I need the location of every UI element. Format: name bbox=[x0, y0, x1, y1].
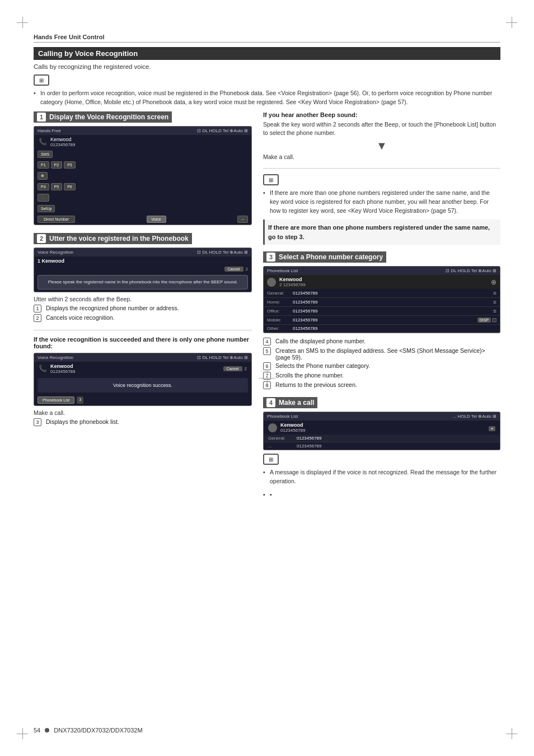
hf-p2-btn[interactable]: P2 bbox=[51, 161, 63, 169]
pb-avatar bbox=[267, 278, 276, 287]
divider1 bbox=[34, 330, 252, 330]
vr-status: ⊡ DL HOLD Tel ⊕Auto ⊞ bbox=[197, 250, 248, 255]
ss-phonebook-btn[interactable]: Phonebook List bbox=[38, 396, 74, 404]
hf-status: ⊡ DL HOLD Tel ⊕Auto ⊞ bbox=[197, 128, 248, 133]
hf-p1-btn[interactable]: P1 bbox=[38, 161, 49, 169]
pb-name-row: Kenwood 2 123456789 ⊕ bbox=[264, 275, 500, 289]
mc-next-row: ... 0123456789 bbox=[264, 442, 500, 450]
final-note1: A message is displayed if the voice is n… bbox=[263, 468, 500, 486]
pb-number-top: 2 123456789 bbox=[279, 282, 306, 287]
hf-setup-btn[interactable]: SetUp bbox=[38, 205, 55, 212]
note8-text: Returns to the previous screen. bbox=[275, 381, 357, 388]
hf-phone-icon2[interactable]: 📞 bbox=[38, 194, 49, 202]
step2-label: 2 Utter the voice registered in the Phon… bbox=[34, 233, 192, 244]
step3-note8: 8 Returns to the previous screen. bbox=[263, 381, 500, 389]
pb-disp-btn[interactable]: DISP bbox=[477, 318, 491, 323]
hf-title: Hands Free bbox=[38, 128, 61, 133]
note3-text: Displays the phonebook list. bbox=[46, 418, 119, 425]
success-screen: Voice Recognition ⊡ DL HOLD Tel ⊕Auto ⊞ … bbox=[34, 353, 252, 406]
pb-row-mobile[interactable]: Mobile: 0123456789 DISP ⊡ bbox=[264, 316, 500, 325]
hf-arrow-btn[interactable]: → bbox=[237, 216, 248, 223]
step3-label: 3 Select a Phone number category bbox=[263, 251, 386, 263]
ss-phone-icon: 📞 bbox=[39, 365, 47, 372]
mc-gen-label: General: bbox=[268, 436, 293, 441]
step3-note5: 5 Creates an SMS to the displayed addres… bbox=[263, 347, 500, 361]
final-note2: • bbox=[263, 491, 500, 500]
ss-cancel-btn[interactable]: Cancel bbox=[223, 366, 242, 371]
page-model: DNX7320/DDX7032/DDX7032M bbox=[54, 727, 142, 734]
note2-num: 2 bbox=[34, 314, 41, 322]
pb-row-office[interactable]: Office: 0123456789 ≡ bbox=[264, 307, 500, 316]
hf-name-row: 📞 Kenwood 0123456789 bbox=[34, 135, 251, 149]
ss-num3: 3 bbox=[77, 396, 83, 404]
right-column: If you hear another Beep sound: Speak th… bbox=[263, 111, 500, 507]
mc-right-btn[interactable]: ≡ bbox=[489, 426, 495, 431]
hf-btn-row1: SMS bbox=[34, 149, 251, 160]
step3-num: 3 bbox=[266, 253, 275, 262]
pb-row-home[interactable]: Home: 0123456789 ≡ bbox=[264, 298, 500, 307]
step3-note6: 6 Selects the Phone number category. bbox=[263, 362, 500, 370]
hf-contacts-btn[interactable]: ⊕ bbox=[38, 172, 48, 180]
step2-note1: 1 Displays the recognized phone number o… bbox=[34, 305, 252, 312]
mc-header: Phonebook List ... HOLD Tel ⊕Auto ⊞ bbox=[264, 412, 500, 421]
if-success-block: If the voice recognition is succeeded an… bbox=[34, 336, 252, 426]
if-beep-title: If you hear another Beep sound: bbox=[263, 111, 500, 118]
note4-text: Calls the displayed phone number. bbox=[275, 338, 366, 344]
step4-num: 4 bbox=[266, 398, 275, 407]
note1-text: Displays the recognized phone number or … bbox=[46, 305, 179, 311]
hf-header: Hands Free ⊡ DL HOLD Tel ⊕Auto ⊞ bbox=[34, 127, 251, 135]
step2-caption: Utter within 2 seconds after the Beep. bbox=[34, 296, 252, 302]
bullet-note-2: If there are more than one phone numbers… bbox=[263, 189, 500, 215]
pb-right-icon: ⊕ bbox=[491, 278, 496, 286]
mc-next-label: ... bbox=[268, 444, 293, 449]
hf-sms-btn[interactable]: SMS bbox=[38, 151, 53, 158]
hf-p4-btn[interactable]: P4 bbox=[38, 183, 49, 190]
divider2 bbox=[263, 168, 500, 169]
pb-row-other[interactable]: Other: 0123456789 bbox=[264, 325, 500, 333]
pb-num-mobile: 0123456789 bbox=[293, 318, 477, 323]
step2-num: 2 bbox=[37, 234, 46, 243]
corner-mark-tl bbox=[17, 17, 28, 28]
icon-phonebook2: ⊞ bbox=[263, 174, 279, 185]
mc-gen-num: 0123456789 bbox=[297, 436, 322, 441]
make-call-screen: Phonebook List ... HOLD Tel ⊕Auto ⊞ Kenw… bbox=[263, 412, 500, 450]
mc-title: Phonebook List bbox=[267, 414, 298, 419]
section-header: Calling by Voice Recognition bbox=[34, 47, 500, 60]
mc-avatar bbox=[268, 423, 277, 432]
pb-title: Phonebook List bbox=[267, 268, 298, 273]
mc-status: ... HOLD Tel ⊕Auto ⊞ bbox=[453, 414, 496, 419]
icon-phonebook3: ⊞ bbox=[263, 454, 279, 465]
step1-label: 1 Display the Voice Recognition screen bbox=[34, 111, 172, 123]
if-beep-caption2: Make a call. bbox=[263, 153, 500, 160]
note6-text: Selects the Phone number category. bbox=[275, 362, 370, 369]
hf-p6-btn[interactable]: P6 bbox=[64, 183, 76, 190]
pb-header: Phonebook List ⊡ DL HOLD Tel ⊕Auto ⊞ bbox=[264, 267, 500, 275]
hf-voice-btn[interactable]: Voice bbox=[147, 216, 166, 223]
ss-title: Voice Recognition bbox=[38, 355, 73, 360]
if-more-title: If there are more than one phone numbers… bbox=[268, 223, 497, 241]
step3-block: 3 Select a Phone number category Phonebo… bbox=[263, 251, 500, 389]
if-success-caption1: Make a call. bbox=[34, 409, 252, 416]
ss-phonebook-row: Phonebook List 3 bbox=[34, 395, 251, 405]
step4-block: 4 Make a call Phonebook List ... HOLD Te… bbox=[263, 397, 500, 499]
note3-num: 3 bbox=[34, 418, 41, 426]
ss-num2: 2 bbox=[245, 366, 247, 371]
if-success-note3: 3 Displays the phonebook list. bbox=[34, 418, 252, 426]
hf-direct-btn[interactable]: Direct Number bbox=[38, 216, 75, 223]
pb-arrow-home: ≡ bbox=[493, 299, 496, 305]
pb-arrow-mobile: ⊡ bbox=[492, 317, 496, 323]
ss-contact-num: 0123456789 bbox=[50, 369, 76, 374]
vr-cancel-btn[interactable]: Cancel bbox=[224, 267, 243, 272]
mc-number: 0123456789 bbox=[280, 428, 306, 433]
pb-row-general[interactable]: General: 0123456789 ≡ bbox=[264, 289, 500, 298]
hf-btn-row2: P1 P2 P3 bbox=[34, 160, 251, 170]
hf-p3-btn[interactable]: P3 bbox=[64, 161, 76, 169]
ss-header: Voice Recognition ⊡ DL HOLD Tel ⊕Auto ⊞ bbox=[34, 353, 251, 362]
page-number: 54 bbox=[34, 727, 40, 734]
pb-arrow-general: ≡ bbox=[493, 290, 496, 296]
hf-p5-btn[interactable]: P5 bbox=[51, 183, 63, 190]
footer-dot bbox=[45, 728, 49, 732]
mc-gen-row: General: 0123456789 bbox=[264, 435, 500, 442]
if-success-title: If the voice recognition is succeeded an… bbox=[34, 336, 252, 349]
corner-mark-bl bbox=[17, 728, 28, 739]
